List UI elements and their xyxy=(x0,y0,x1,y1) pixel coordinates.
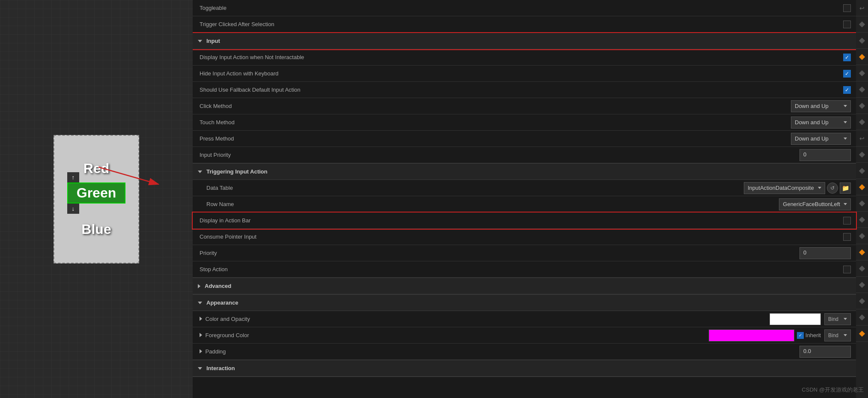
press-method-row: Press Method Down and Up xyxy=(193,131,856,147)
data-table-value: InputActionDataComposite ↺ 📁 xyxy=(744,182,851,194)
press-method-dropdown-arrow-icon xyxy=(844,138,847,140)
priority-label: Priority xyxy=(198,250,799,256)
diamond-icon-13 xyxy=(859,233,865,239)
row-name-label: Row Name xyxy=(198,201,779,207)
hide-input-action-checkbox[interactable] xyxy=(843,70,851,78)
touch-method-dropdown-arrow-icon xyxy=(844,121,847,123)
appearance-chevron-icon xyxy=(198,302,202,304)
foreground-color-row: Foreground Color Inherit Bind xyxy=(193,327,856,344)
row-name-dropdown-text: GenericFaceButtonLeft xyxy=(783,201,840,207)
advanced-section-header[interactable]: Advanced xyxy=(193,278,856,294)
click-method-value: Down and Up xyxy=(791,100,851,112)
diamond-icon-btn-5 xyxy=(856,81,868,98)
diamond-icon-9 xyxy=(859,168,865,174)
interaction-section-header[interactable]: Interaction xyxy=(193,360,856,377)
press-method-label: Press Method xyxy=(198,135,791,142)
diamond-icon-btn-17 xyxy=(856,293,868,309)
diamond-icon-16 xyxy=(859,281,865,287)
color-opacity-swatch[interactable] xyxy=(770,313,821,325)
click-method-dropdown-arrow-icon xyxy=(844,105,847,107)
diamond-icon-btn-8 xyxy=(856,147,868,163)
triggering-section-title: Triggering Input Action xyxy=(206,168,268,175)
properties-content: Toggleable Trigger Clicked After Selecti… xyxy=(193,0,856,398)
click-method-dropdown-text: Down and Up xyxy=(795,103,829,109)
display-input-action-checkbox[interactable] xyxy=(843,54,851,61)
input-section-header[interactable]: Input xyxy=(193,33,856,49)
hide-input-action-value xyxy=(843,70,851,78)
padding-expand-icon xyxy=(200,349,202,353)
input-priority-label: Input Priority xyxy=(198,152,799,158)
input-priority-value: 0 xyxy=(799,149,851,161)
click-method-dropdown[interactable]: Down and Up xyxy=(791,100,851,112)
triggering-chevron-icon xyxy=(198,171,202,173)
consume-pointer-value xyxy=(843,233,851,241)
display-input-action-value xyxy=(843,54,851,61)
up-button[interactable]: ↑ xyxy=(67,172,79,183)
trigger-clicked-checkbox[interactable] xyxy=(843,21,851,28)
triggering-section-header[interactable]: Triggering Input Action xyxy=(193,164,856,180)
bind-dropdown-arrow-icon xyxy=(844,318,847,320)
input-chevron-icon xyxy=(198,40,202,42)
foreground-color-swatch[interactable] xyxy=(709,329,794,341)
watermark: CSDN @开发游戏的老王 xyxy=(802,386,864,394)
priority-field[interactable]: 0 xyxy=(799,247,851,259)
diamond-icon-btn-19 xyxy=(856,326,868,342)
diamond-icon-btn-12 xyxy=(856,212,868,228)
foreground-color-value: Inherit xyxy=(709,329,821,341)
fallback-input-checkbox[interactable] xyxy=(843,86,851,94)
diamond-icon-btn-6 xyxy=(856,98,868,114)
foreground-color-bind-btn[interactable]: Bind xyxy=(824,329,851,341)
triggering-section: Triggering Input Action Data Table Input… xyxy=(193,164,856,278)
trigger-clicked-value xyxy=(843,21,851,28)
toggleable-value xyxy=(843,4,851,12)
input-priority-field[interactable]: 0 xyxy=(799,149,851,161)
click-method-row: Click Method Down and Up xyxy=(193,98,856,114)
appearance-section-title: Appearance xyxy=(206,299,238,306)
trigger-clicked-label: Trigger Clicked After Selection xyxy=(198,21,843,27)
diamond-icon-1 xyxy=(859,21,865,27)
press-method-dropdown[interactable]: Down and Up xyxy=(791,133,851,145)
diamond-icon-btn-11 xyxy=(856,195,868,212)
toggleable-checkbox[interactable] xyxy=(843,4,851,12)
inherit-checkbox[interactable] xyxy=(797,332,804,339)
interaction-section-title: Interaction xyxy=(206,365,235,371)
consume-pointer-checkbox[interactable] xyxy=(843,233,851,241)
padding-field[interactable]: 0.0 xyxy=(799,346,851,358)
hide-input-action-label: Hide Input Action with Keyboard xyxy=(198,70,843,77)
consume-pointer-label: Consume Pointer Input xyxy=(198,233,843,240)
diamond-icon-btn-18 xyxy=(856,309,868,326)
data-table-browse-btn[interactable]: 📁 xyxy=(840,183,851,194)
down-button[interactable]: ↓ xyxy=(67,203,79,214)
padding-row: Padding 0.0 xyxy=(193,344,856,360)
diamond-icon-7 xyxy=(859,119,865,125)
display-action-bar-label: Display in Action Bar xyxy=(198,217,843,224)
touch-method-row: Touch Method Down and Up xyxy=(193,114,856,131)
preview-panel: Red ↑ Green ↓ Blue xyxy=(0,0,193,398)
diamond-icon-2 xyxy=(859,37,865,43)
diamond-icon-btn-3 xyxy=(856,49,868,65)
touch-method-dropdown[interactable]: Down and Up xyxy=(791,117,851,129)
diamond-icon-btn-16 xyxy=(856,277,868,293)
row-name-value: GenericFaceButtonLeft xyxy=(779,198,851,210)
appearance-section-header[interactable]: Appearance xyxy=(193,295,856,311)
color-opacity-bind-btn[interactable]: Bind xyxy=(824,313,851,325)
diamond-icon-19 xyxy=(859,330,865,336)
stop-action-checkbox[interactable] xyxy=(843,266,851,273)
touch-method-label: Touch Method xyxy=(198,119,791,126)
priority-value: 0 xyxy=(799,247,851,259)
display-action-bar-row: Display in Action Bar xyxy=(193,212,856,229)
diamond-icon-5 xyxy=(859,86,865,92)
row-name-dropdown[interactable]: GenericFaceButtonLeft xyxy=(779,198,851,210)
press-method-dropdown-text: Down and Up xyxy=(795,135,829,142)
reset-icon-btn-2[interactable]: ↩ xyxy=(856,130,868,147)
fallback-input-row: Should Use Fallback Default Input Action xyxy=(193,82,856,98)
diamond-icon-btn-13 xyxy=(856,228,868,244)
display-action-bar-checkbox[interactable] xyxy=(843,217,851,224)
widget-preview: Red ↑ Green ↓ Blue xyxy=(54,135,139,263)
data-table-dropdown[interactable]: InputActionDataComposite xyxy=(744,182,825,194)
reset-icon-btn-1[interactable]: ↩ xyxy=(856,0,868,16)
data-table-reset-btn[interactable]: ↺ xyxy=(827,183,838,194)
stop-action-label: Stop Action xyxy=(198,266,843,272)
diamond-icon-4 xyxy=(859,70,865,76)
stop-action-value xyxy=(843,266,851,273)
